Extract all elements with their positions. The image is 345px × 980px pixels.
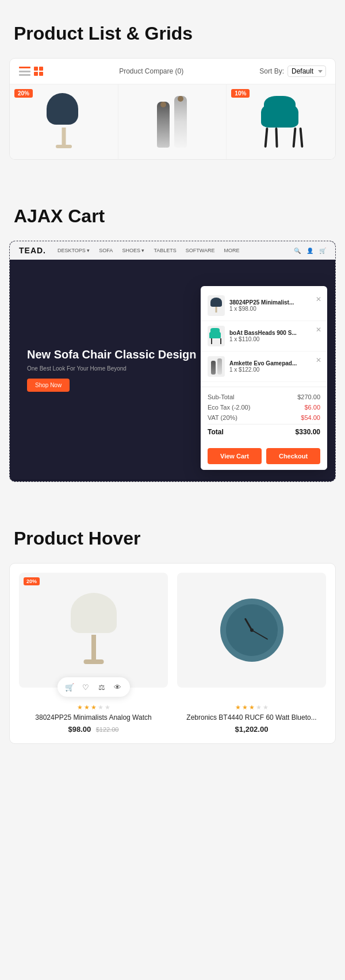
total-value: $330.00 <box>296 428 320 436</box>
view-cart-button[interactable]: View Cart <box>208 448 262 464</box>
store-nav: DESKTOPS ▾ SOFA SHOES ▾ TABLETS SOFTWARE… <box>57 248 239 253</box>
hover-product-img-clock[interactable] <box>177 573 326 688</box>
hover-product-img-lamp[interactable]: 20% 🛒 ♡ ⚖ 👁 <box>19 573 168 688</box>
cart-items-list: 38024PP25 Minimalist... 1 x $98.00 ✕ <box>201 286 327 387</box>
hover-card: 20% 🛒 ♡ ⚖ 👁 ★ ★ ★ ★ <box>9 563 336 744</box>
cart-item-info-1: 38024PP25 Minimalist... 1 x $98.00 <box>229 299 320 312</box>
vat-row: VAT (20%) $54.00 <box>208 412 320 423</box>
subtotal-label: Sub-Total <box>208 393 234 400</box>
shop-now-button[interactable]: Shop Now <box>27 379 70 392</box>
store-mockup: TEAD. DESKTOPS ▾ SOFA SHOES ▾ TABLETS SO… <box>9 241 336 482</box>
vat-value: $54.00 <box>301 414 320 421</box>
badge-chair: 10% <box>231 89 250 98</box>
product-price-clock: $1,202.00 <box>235 725 269 734</box>
grinder-light <box>174 96 187 148</box>
nav-desktops[interactable]: DESKTOPS ▾ <box>57 248 90 253</box>
star-4: ★ <box>256 704 262 711</box>
eco-tax-row: Eco Tax (-2.00) $6.00 <box>208 402 320 412</box>
cart-item: boAt BassHeads 900 S... 1 x $110.00 ✕ <box>201 321 327 352</box>
clock-minute-hand <box>251 630 268 640</box>
search-icon[interactable]: 🔍 <box>294 248 301 254</box>
star-5: ★ <box>105 704 110 711</box>
star-rating-lamp: ★ ★ ★ ★ ★ <box>19 704 168 711</box>
product-cell-lamp[interactable]: 20% <box>10 84 118 159</box>
cart-item-qty-3: 1 x $122.00 <box>229 366 320 373</box>
star-3: ★ <box>249 704 255 711</box>
cart-item-img-1 <box>208 295 225 316</box>
cart-item-name-2: boAt BassHeads 900 S... <box>229 330 304 336</box>
clock-center-dot <box>250 628 254 632</box>
total-label: Total <box>208 428 224 436</box>
sort-container: Sort By: Default <box>259 65 326 77</box>
lamp-illustration <box>71 593 117 668</box>
section-title-grid: Product List & Grids <box>0 0 345 58</box>
eco-tax-label: Eco Tax (-2.00) <box>208 404 250 411</box>
nav-more[interactable]: MORE <box>224 248 239 253</box>
sort-select[interactable]: Default <box>288 65 326 77</box>
checkout-button[interactable]: Checkout <box>266 448 320 464</box>
add-to-cart-icon[interactable]: 🛒 <box>63 681 76 693</box>
wishlist-icon[interactable]: ♡ <box>79 681 92 693</box>
user-icon[interactable]: 👤 <box>306 248 313 254</box>
product-old-price-lamp: $122.00 <box>96 726 119 733</box>
cart-actions: View Cart Checkout <box>201 442 327 470</box>
star-2: ★ <box>84 704 90 711</box>
product-cell-grinder[interactable] <box>118 84 227 159</box>
product-name-lamp: 38024PP25 Minimalists Analog Watch <box>19 713 168 722</box>
nav-software[interactable]: SOFTWARE <box>186 248 215 253</box>
clock-illustration <box>220 599 283 662</box>
subtotal-row: Sub-Total $270.00 <box>208 392 320 402</box>
grid-view-button[interactable] <box>34 67 43 76</box>
product-info-clock: ★ ★ ★ ★ ★ Zebronics BT4440 RUCF 60 Watt … <box>177 704 326 734</box>
cart-item-img-2 <box>208 326 225 346</box>
cart-item-qty-2: 1 x $110.00 <box>229 336 320 342</box>
star-5: ★ <box>263 704 269 711</box>
cart-item-remove-1[interactable]: ✕ <box>316 295 321 303</box>
clock-face <box>226 604 278 656</box>
cart-item-remove-2[interactable]: ✕ <box>316 326 321 334</box>
vat-label: VAT (20%) <box>208 414 237 421</box>
ajax-cart-section: TEAD. DESKTOPS ▾ SOFA SHOES ▾ TABLETS SO… <box>0 241 345 505</box>
cart-totals: Sub-Total $270.00 Eco Tax (-2.00) $6.00 … <box>201 387 327 442</box>
cart-item: 38024PP25 Minimalist... 1 x $98.00 ✕ <box>201 291 327 321</box>
quickview-icon[interactable]: 👁 <box>112 681 124 693</box>
nav-sofa[interactable]: SOFA <box>99 248 113 253</box>
cart-item-remove-3[interactable]: ✕ <box>316 356 321 364</box>
cart-item-name-3: Amkette Evo Gamepad... <box>229 360 304 366</box>
cart-item: Amkette Evo Gamepad... 1 x $122.00 ✕ <box>201 352 327 382</box>
grid-card: Product Compare (0) Sort By: Default 20% <box>9 58 336 160</box>
eco-tax-value: $6.00 <box>304 404 320 411</box>
product-name-clock: Zebronics BT4440 RUCF 60 Watt Blueto... <box>177 713 326 722</box>
store-logo: TEAD. <box>19 246 46 255</box>
chair-image <box>258 96 304 148</box>
compare-icon[interactable]: ⚖ <box>95 681 108 693</box>
nav-tablets[interactable]: TABLETS <box>154 248 176 253</box>
store-hero-text: New Sofa Chair Classic Design One Best L… <box>10 324 214 415</box>
star-1: ★ <box>235 704 241 711</box>
hover-actions: 🛒 ♡ ⚖ 👁 <box>57 677 130 697</box>
list-view-button[interactable] <box>19 67 30 76</box>
cart-item-info-2: boAt BassHeads 900 S... 1 x $110.00 <box>229 330 320 342</box>
product-cell-chair[interactable]: 10% <box>227 84 335 159</box>
hero-subtitle: One Best Look For Your Home Beyond <box>27 365 197 372</box>
view-icons <box>19 67 43 76</box>
badge-lamp: 20% <box>14 89 33 98</box>
cart-icon[interactable]: 🛒 <box>319 248 326 254</box>
product-hover-section: 20% 🛒 ♡ ⚖ 👁 ★ ★ ★ ★ <box>0 563 345 767</box>
hero-title: New Sofa Chair Classic Design <box>27 347 197 362</box>
store-header: TEAD. DESKTOPS ▾ SOFA SHOES ▾ TABLETS SO… <box>10 241 335 260</box>
cart-item-qty-1: 1 x $98.00 <box>229 306 320 312</box>
cart-dropdown: 38024PP25 Minimalist... 1 x $98.00 ✕ <box>201 286 327 470</box>
star-1: ★ <box>77 704 83 711</box>
section-title-ajax: AJAX Cart <box>0 183 345 241</box>
cart-item-name-1: 38024PP25 Minimalist... <box>229 299 304 306</box>
star-2: ★ <box>242 704 248 711</box>
cart-item-info-3: Amkette Evo Gamepad... 1 x $122.00 <box>229 360 320 373</box>
grid-toolbar: Product Compare (0) Sort By: Default <box>10 59 335 84</box>
nav-shoes[interactable]: SHOES ▾ <box>122 248 144 253</box>
section-title-hover: Product Hover <box>0 505 345 563</box>
product-grid-section: Product Compare (0) Sort By: Default 20% <box>0 58 345 183</box>
store-icons: 🔍 👤 🛒 <box>294 248 326 254</box>
compare-text: Product Compare (0) <box>43 67 259 75</box>
hover-product-clock: ★ ★ ★ ★ ★ Zebronics BT4440 RUCF 60 Watt … <box>177 573 326 734</box>
